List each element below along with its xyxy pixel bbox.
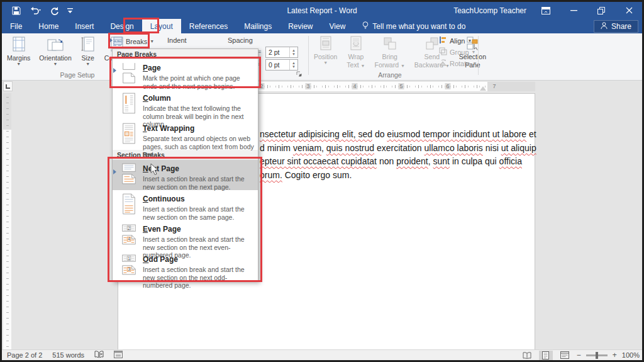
zoom-level[interactable]: 100% — [622, 351, 640, 359]
tab-view[interactable]: View — [321, 19, 354, 33]
next-page-break-icon — [119, 162, 139, 190]
dropdown-arrow-icon: ▼ — [472, 50, 476, 54]
menu-item-page[interactable]: Page Mark the point at which one page en… — [113, 59, 258, 89]
customize-qat-icon[interactable] — [67, 8, 73, 14]
menu-item-odd-page[interactable]: 1 3 Odd Page Insert a section break and … — [113, 251, 258, 281]
right-indent-marker[interactable] — [480, 86, 486, 91]
tab-review[interactable]: Review — [280, 19, 321, 33]
menu-item-title: Text Wrapping — [143, 124, 194, 133]
spacing-label: Spacing — [228, 37, 253, 44]
breaks-menu: Page Breaks Page Mark the point at which… — [112, 48, 258, 281]
paragraph-dialog-launcher-icon[interactable] — [296, 69, 304, 77]
breaks-button[interactable]: Breaks ▼ — [111, 35, 156, 48]
spacing-before-field[interactable]: 2 pt ▲▼ — [265, 47, 298, 58]
wrap-text-button: Wrap Text ▼ — [344, 35, 367, 70]
wrap-text-icon — [349, 36, 363, 52]
tab-design[interactable]: Design — [102, 19, 142, 33]
restore-button[interactable] — [593, 4, 609, 18]
ribbon-tab-row: File Home Insert Design Layout Reference… — [2, 19, 642, 33]
tab-stop-selector[interactable] — [3, 81, 13, 91]
group-button: Group ▼ — [439, 47, 477, 57]
spacing-before-stepper[interactable]: ▲▼ — [289, 47, 297, 57]
position-button: Position ▼ — [311, 35, 340, 70]
document-line[interactable]: epteur sint occaecat cupidatat non proid… — [260, 156, 536, 170]
size-button[interactable]: Size ▼ — [78, 35, 98, 67]
proofing-status-icon[interactable] — [94, 351, 104, 360]
menu-item-title: Next Page — [143, 164, 179, 173]
menu-section-header: Page Breaks — [113, 49, 258, 59]
document-line[interactable]: nsectetur adipisicing elit, sed do eiusm… — [260, 129, 536, 143]
save-icon[interactable] — [12, 6, 21, 15]
tab-mailings[interactable]: Mailings — [236, 19, 280, 33]
svg-text:4: 4 — [128, 237, 130, 241]
orientation-button[interactable]: Orientation ▼ — [36, 35, 74, 67]
menu-item-desc: Insert a section break and start the new… — [143, 175, 256, 191]
ruler-number: 6 — [445, 83, 450, 89]
spacing-after-stepper[interactable]: ▲▼ — [289, 60, 297, 70]
quick-access-toolbar — [2, 6, 73, 15]
tell-me-box[interactable]: Tell me what you want to do — [353, 19, 474, 33]
tab-references[interactable]: References — [181, 19, 236, 33]
page-indicator[interactable]: Page 2 of 2 — [7, 351, 42, 359]
menu-item-continuous[interactable]: Continuous Insert a section break and st… — [113, 190, 258, 220]
svg-text:1: 1 — [128, 256, 130, 261]
account-name[interactable]: TeachUcomp Teacher — [453, 6, 526, 15]
title-bar: Latest Report - Word TeachUcomp Teacher — [2, 2, 642, 19]
vertical-ruler[interactable] — [3, 93, 11, 349]
print-layout-icon[interactable] — [539, 351, 553, 360]
macro-record-icon[interactable] — [114, 351, 123, 359]
tab-insert[interactable]: Insert — [67, 19, 102, 33]
read-mode-icon[interactable] — [520, 351, 534, 360]
odd-page-break-icon: 1 3 — [119, 253, 139, 281]
dropdown-arrow-icon: ▼ — [361, 64, 365, 68]
even-page-break-icon: 2 4 — [119, 223, 139, 251]
align-button[interactable]: Align ▼ — [439, 36, 477, 45]
tab-layout[interactable]: Layout — [142, 19, 181, 33]
dropdown-arrow-icon: ▼ — [150, 40, 154, 43]
tab-file[interactable]: File — [2, 19, 30, 33]
app-window: Latest Report - Word TeachUcomp Teacher … — [0, 0, 644, 362]
menu-item-title: Odd Page — [143, 255, 178, 264]
menu-item-next-page[interactable]: Next Page Insert a section break and sta… — [113, 160, 258, 190]
menu-item-even-page[interactable]: 2 4 Even Page Insert a section break and… — [113, 220, 258, 251]
document-text: nsectetur adipisicing elit, sed do eiusm… — [260, 129, 536, 183]
zoom-out-button[interactable]: − — [577, 351, 581, 359]
size-label: Size — [82, 54, 94, 62]
share-person-icon — [601, 22, 608, 31]
menu-item-text-wrapping[interactable]: Text Wrapping Separate text around objec… — [113, 120, 258, 150]
zoom-slider[interactable] — [586, 354, 608, 356]
group-icon — [439, 47, 447, 57]
ruler-row: 1 2 3 4 5 6 7 — [2, 81, 642, 93]
column-break-icon — [119, 92, 139, 120]
menu-item-title: Page — [143, 64, 161, 72]
dropdown-arrow-icon: ▼ — [472, 62, 477, 65]
web-layout-icon[interactable] — [558, 351, 572, 360]
spacing-after-field[interactable]: 0 pt ▲▼ — [265, 59, 298, 71]
svg-text:2: 2 — [128, 226, 130, 230]
redo-icon[interactable] — [50, 6, 59, 15]
spacing-after-value: 0 pt — [266, 61, 289, 69]
share-button[interactable]: Share — [594, 20, 638, 33]
menu-item-column[interactable]: Column Indicate that the text following … — [113, 89, 258, 120]
tab-home[interactable]: Home — [30, 19, 67, 33]
dropdown-arrow-icon: ▼ — [53, 62, 58, 66]
bring-forward-button: Bring Forward ▼ — [372, 35, 407, 70]
item-pointer-icon — [113, 68, 116, 73]
menu-item-desc: Mark the point at which one page ends an… — [143, 74, 256, 90]
document-line[interactable]: d minim veniam, quis nostrud exercitatio… — [260, 143, 536, 157]
position-icon — [319, 36, 333, 52]
document-line[interactable]: orum. Cogito ergo sum. — [260, 170, 536, 184]
text-wrapping-break-icon — [119, 122, 139, 150]
margins-button[interactable]: Margins ▼ — [4, 35, 33, 67]
close-button[interactable] — [621, 4, 637, 18]
zoom-in-button[interactable]: + — [613, 351, 617, 359]
rotate-icon — [439, 59, 447, 68]
undo-icon[interactable] — [29, 6, 42, 14]
spacing-before-value: 2 pt — [266, 48, 289, 56]
ribbon-display-options-icon[interactable] — [538, 4, 554, 18]
ruler-number: 2 — [258, 83, 264, 89]
minimize-button[interactable] — [565, 4, 582, 18]
item-pointer-icon — [109, 38, 113, 43]
zoom-slider-thumb[interactable] — [596, 352, 598, 359]
word-count[interactable]: 515 words — [52, 351, 84, 359]
